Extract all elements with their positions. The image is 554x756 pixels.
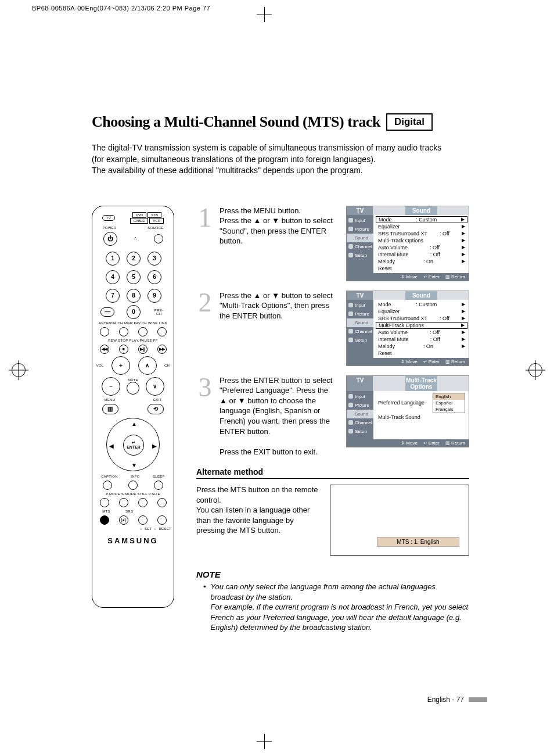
registration-mark-right	[528, 363, 542, 377]
intro-text: The digital-TV transmission system is ca…	[92, 142, 469, 177]
pdf-header: BP68-00586A-00Eng(074~083) 2/13/06 2:20 …	[32, 5, 210, 12]
mts-popup: MTS : 1. English	[330, 485, 469, 556]
remote-control-diagram: TV DVD STB CABLE VCR POWERSOURCE ⏻∴ 123 …	[92, 206, 174, 608]
step-3: 3 Press the ENTER button to select "Pref…	[196, 375, 469, 457]
osd-sound-1: TVSound InputPictureSoundChannelSetup Mo…	[346, 206, 469, 281]
step-2: 2 Press the ▲ or ▼ button to select "Mul…	[196, 291, 469, 366]
page-title: Choosing a Multi-Channel Sound (MTS) tra…	[92, 113, 380, 131]
note-heading: NOTE	[196, 569, 469, 579]
osd-sound-2: TVSound InputPictureSoundChannelSetup Mo…	[346, 291, 469, 366]
crop-mark-top	[264, 7, 265, 22]
page-footer: English - 77	[427, 696, 487, 704]
alternate-method-heading: Alternate method	[196, 467, 469, 479]
digital-badge: Digital	[386, 113, 433, 131]
alternate-method-body: Press the MTS button on the remote contr…	[196, 485, 319, 556]
crop-mark-bottom	[264, 734, 265, 749]
osd-mto: TVMulti-Track Options InputPictureSoundC…	[346, 375, 469, 447]
note-body: • You can only select the language from …	[196, 582, 469, 633]
step-1: 1 Press the MENU button. Press the ▲ or …	[196, 206, 469, 281]
registration-mark-left	[12, 363, 26, 377]
